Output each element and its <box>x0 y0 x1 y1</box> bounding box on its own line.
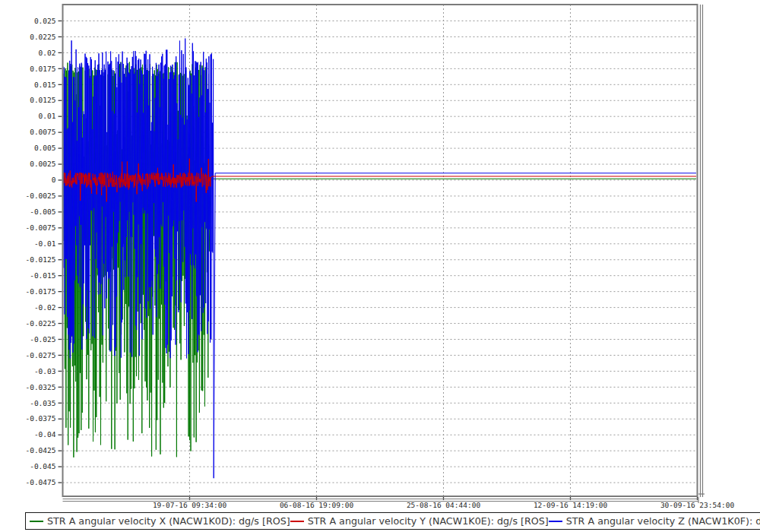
y-tick-label: 0.0225 <box>30 33 55 41</box>
y-tick-label: -0.0025 <box>25 192 55 200</box>
y-tick-label: -0.0475 <box>25 478 55 486</box>
y-tick-label: 0.025 <box>34 17 56 25</box>
x-tick-label: 30-09-16 23:54:00 <box>660 501 735 509</box>
chart-plot-area[interactable]: 0.0250.02250.020.01750.0150.01250.010.00… <box>0 0 760 532</box>
legend-item-x: STR A angular velocity X (NACW1K0D): dg/… <box>30 515 290 527</box>
y-tick-label: -0.0075 <box>25 223 55 232</box>
y-tick-label: -0.0275 <box>25 351 55 359</box>
series-z-line-sample <box>549 521 562 522</box>
y-tick-label: 0.0175 <box>30 65 55 73</box>
y-tick-label: -0.0125 <box>25 255 55 264</box>
y-tick-label: -0.0325 <box>25 383 55 391</box>
y-tick-label: 0.005 <box>34 144 56 152</box>
y-tick-label: -0.02 <box>34 303 56 312</box>
legend-label-z: STR A angular velocity Z (NACW1K0F): dg/… <box>566 515 760 527</box>
series-x-line-sample <box>30 521 43 522</box>
y-tick-label: 0.01 <box>39 112 56 120</box>
legend: STR A angular velocity X (NACW1K0D): dg/… <box>25 512 760 530</box>
x-tick-label: 19-07-16 09:34:00 <box>153 501 227 509</box>
y-tick-label: -0.0375 <box>25 414 55 423</box>
y-tick-label: -0.0225 <box>25 319 55 328</box>
legend-item-y: STR A angular velocity Y (NACW1K0E): dg/… <box>290 515 549 527</box>
y-tick-label: 0 <box>52 176 56 184</box>
x-tick-label: 06-08-16 19:09:00 <box>280 501 354 509</box>
x-tick-label: 25-08-16 04:44:00 <box>407 501 481 509</box>
y-tick-label: -0.0425 <box>25 446 55 454</box>
y-tick-label: -0.0175 <box>25 287 55 296</box>
y-tick-label: -0.045 <box>30 462 55 470</box>
y-tick-label: -0.025 <box>30 335 55 344</box>
series-y-line-sample <box>290 521 304 522</box>
y-tick-label: -0.005 <box>30 207 55 216</box>
y-tick-label: 0.015 <box>34 81 56 89</box>
x-tick-label: 12-09-16 14:19:00 <box>534 501 608 509</box>
y-tick-label: -0.035 <box>30 399 55 407</box>
y-tick-label: -0.03 <box>34 367 56 375</box>
legend-label-x: STR A angular velocity X (NACW1K0D): dg/… <box>47 515 290 527</box>
y-tick-label: -0.015 <box>30 271 55 280</box>
legend-label-y: STR A angular velocity Y (NACW1K0E): dg/… <box>308 515 549 527</box>
series-z-path <box>63 39 696 479</box>
y-tick-label: 0.0125 <box>30 96 55 104</box>
y-tick-label: 0.0025 <box>30 160 55 168</box>
y-tick-label: 0.0075 <box>30 128 55 136</box>
y-tick-label: -0.01 <box>34 239 56 248</box>
y-tick-label: -0.04 <box>34 430 56 439</box>
y-tick-label: 0.02 <box>39 49 56 57</box>
legend-item-z: STR A angular velocity Z (NACW1K0F): dg/… <box>549 515 760 527</box>
